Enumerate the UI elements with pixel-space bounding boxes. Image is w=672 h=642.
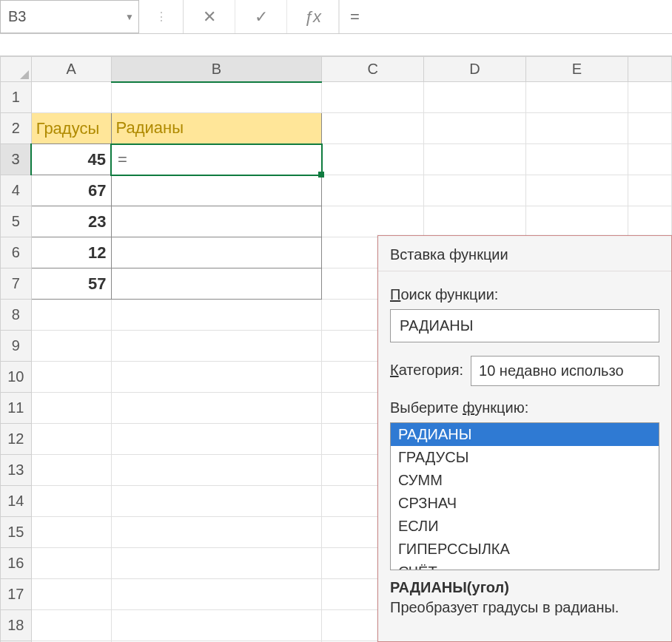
cell[interactable]: 45 [31, 144, 111, 175]
cell[interactable] [424, 113, 526, 144]
cell[interactable] [424, 175, 526, 206]
cell[interactable] [111, 300, 322, 331]
cell[interactable] [111, 393, 322, 424]
row-header[interactable]: 7 [1, 268, 32, 300]
accept-button[interactable]: ✓ [235, 0, 287, 33]
cell[interactable] [628, 144, 671, 175]
row-header[interactable]: 16 [1, 548, 32, 579]
cell[interactable]: Радианы [111, 113, 322, 144]
cell[interactable] [322, 144, 424, 175]
cell[interactable] [31, 517, 111, 548]
cell[interactable] [525, 82, 628, 113]
row-header[interactable]: 2 [1, 113, 32, 144]
cell[interactable] [525, 175, 628, 206]
name-box[interactable]: B3 ▼ [0, 0, 139, 33]
cell[interactable] [322, 175, 424, 206]
cell[interactable] [111, 579, 322, 610]
cell[interactable] [111, 331, 322, 362]
category-label: Категория: [390, 362, 463, 379]
list-item[interactable]: ЕСЛИ [391, 515, 659, 538]
col-header-d[interactable]: D [424, 57, 526, 82]
col-header-f[interactable] [628, 57, 671, 82]
cell[interactable]: Градусы [31, 113, 111, 144]
row-header[interactable]: 5 [1, 206, 32, 237]
insert-function-button[interactable]: ƒx [287, 0, 339, 33]
active-cell[interactable]: = [111, 144, 322, 175]
cell[interactable] [111, 268, 322, 300]
cell[interactable] [31, 610, 111, 641]
cell[interactable] [111, 424, 322, 455]
cell[interactable] [628, 206, 671, 237]
cell[interactable] [31, 486, 111, 517]
row-header[interactable]: 14 [1, 486, 32, 517]
cell[interactable]: 23 [31, 206, 111, 237]
cell[interactable] [31, 331, 111, 362]
cell[interactable] [525, 144, 628, 175]
cell[interactable]: 67 [31, 175, 111, 206]
row-header[interactable]: 17 [1, 579, 32, 610]
list-item[interactable]: ГИПЕРССЫЛКА [391, 538, 659, 561]
cell[interactable] [322, 113, 424, 144]
cell[interactable] [111, 517, 322, 548]
cell[interactable] [31, 82, 111, 113]
function-list[interactable]: РАДИАНЫ ГРАДУСЫ СУММ СРЗНАЧ ЕСЛИ ГИПЕРСС… [390, 422, 659, 570]
row-header[interactable]: 15 [1, 517, 32, 548]
row-header[interactable]: 11 [1, 393, 32, 424]
cell[interactable] [111, 82, 322, 113]
chevron-down-icon[interactable]: ▼ [125, 12, 134, 22]
row-header[interactable]: 9 [1, 331, 32, 362]
formula-input[interactable]: = [339, 0, 672, 33]
cell[interactable] [111, 455, 322, 486]
cell[interactable] [31, 579, 111, 610]
cell[interactable] [111, 206, 322, 237]
col-header-b[interactable]: B [111, 57, 322, 82]
fill-handle[interactable] [318, 172, 324, 178]
row-header[interactable]: 13 [1, 455, 32, 486]
row-header[interactable]: 10 [1, 362, 32, 393]
cell[interactable] [628, 82, 671, 113]
cell[interactable] [322, 82, 424, 113]
cell[interactable] [424, 144, 526, 175]
list-item[interactable]: РАДИАНЫ [391, 423, 659, 446]
select-all-corner[interactable] [1, 57, 32, 82]
cell[interactable] [31, 548, 111, 579]
cell[interactable] [111, 610, 322, 641]
row-header[interactable]: 6 [1, 237, 32, 268]
cell[interactable]: 57 [31, 268, 111, 300]
cell[interactable] [525, 206, 628, 237]
cell[interactable] [525, 113, 628, 144]
col-header-e[interactable]: E [525, 57, 628, 82]
cell[interactable] [31, 424, 111, 455]
cell[interactable] [111, 362, 322, 393]
cell[interactable] [424, 82, 526, 113]
row-header[interactable]: 12 [1, 424, 32, 455]
row-header[interactable]: 18 [1, 610, 32, 641]
row-header[interactable]: 1 [1, 82, 32, 113]
cell[interactable] [111, 237, 322, 268]
category-select[interactable]: 10 недавно использо [471, 356, 659, 386]
cell[interactable] [111, 548, 322, 579]
row-header[interactable]: 3 [1, 144, 32, 175]
col-header-c[interactable]: C [322, 57, 424, 82]
cell[interactable] [424, 206, 526, 237]
col-header-a[interactable]: A [31, 57, 111, 82]
cancel-button[interactable]: ✕ [184, 0, 235, 33]
cell[interactable] [31, 455, 111, 486]
cell[interactable] [31, 393, 111, 424]
cell[interactable] [111, 175, 322, 206]
cell[interactable] [31, 362, 111, 393]
list-item[interactable]: СЧЁТ [391, 561, 659, 570]
cell[interactable] [111, 486, 322, 517]
row-header[interactable]: 4 [1, 175, 32, 206]
row-header[interactable]: 8 [1, 300, 32, 331]
cell[interactable] [628, 113, 671, 144]
dialog-body: Поиск функции: Категория: 10 недавно исп… [378, 271, 671, 626]
list-item[interactable]: СРЗНАЧ [391, 492, 659, 515]
cell[interactable] [628, 175, 671, 206]
cell[interactable] [322, 206, 424, 237]
list-item[interactable]: ГРАДУСЫ [391, 446, 659, 469]
search-input[interactable] [390, 309, 659, 342]
cell[interactable] [31, 300, 111, 331]
cell[interactable]: 12 [31, 237, 111, 268]
list-item[interactable]: СУММ [391, 469, 659, 492]
